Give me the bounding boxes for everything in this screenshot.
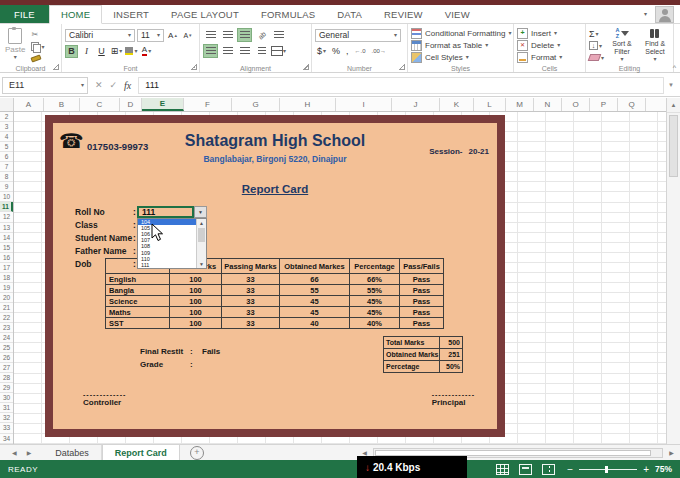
row-header[interactable]: 22 [0, 313, 13, 323]
column-header[interactable]: L [474, 98, 506, 111]
roll-no-cell[interactable]: 111 [137, 206, 194, 218]
merge-center-button[interactable]: ▾ [271, 44, 286, 58]
column-header[interactable]: I [336, 98, 392, 111]
formula-bar-expand-icon[interactable]: ▼ [664, 82, 678, 88]
copy-button[interactable]: ▾ [31, 42, 44, 51]
ribbon-tab[interactable]: DATA [326, 5, 373, 23]
hscroll-left-icon[interactable]: ◀ [358, 449, 371, 456]
ribbon-tab[interactable]: FILE [0, 5, 49, 23]
row-header[interactable]: 16 [0, 253, 13, 263]
row-header[interactable]: 25 [0, 343, 13, 353]
scroll-up-icon[interactable]: ▲ [667, 98, 680, 113]
number-format-select[interactable]: General▾ [315, 29, 401, 42]
row-header[interactable]: 33 [0, 423, 13, 433]
row-header[interactable]: 12 [0, 212, 13, 222]
column-header[interactable]: N [534, 98, 562, 111]
column-header[interactable]: H [280, 98, 336, 111]
accounting-format-button[interactable]: $▾ [315, 46, 328, 56]
zoom-slider[interactable] [579, 469, 637, 470]
find-select-button[interactable]: Find & Select ▾ [640, 27, 670, 63]
sheet-tab-databes[interactable]: Databes [43, 445, 102, 460]
row-header[interactable]: 14 [0, 233, 13, 243]
grow-font-button[interactable]: A▴ [166, 29, 179, 42]
ribbon-tab[interactable]: INSERT [102, 5, 160, 23]
align-right-button[interactable] [237, 44, 252, 58]
formula-input[interactable]: 111 [138, 77, 664, 94]
fill-button[interactable]: ↓▾ [589, 40, 604, 51]
top-align-button[interactable] [203, 28, 218, 42]
column-header[interactable]: G [232, 98, 280, 111]
column-header[interactable]: K [440, 98, 474, 111]
ribbon-tab[interactable]: REVIEW [373, 5, 434, 23]
dropdown-scroll-thumb[interactable] [198, 228, 205, 242]
align-center-button[interactable] [220, 44, 235, 58]
borders-button[interactable]: ⊞▾ [110, 45, 123, 58]
new-sheet-icon[interactable]: + [190, 446, 204, 460]
paste-button[interactable]: Paste ▾ [3, 27, 27, 63]
row-header[interactable]: 13 [0, 223, 13, 233]
row-header[interactable]: 2 [0, 112, 13, 122]
zoom-level[interactable]: 75% [655, 464, 672, 474]
row-header[interactable]: 11 [0, 202, 13, 212]
font-color-button[interactable]: A▾ [140, 45, 153, 58]
row-header[interactable]: 31 [0, 403, 13, 413]
vertical-scrollbar[interactable]: ▲ [666, 98, 680, 444]
select-all-corner[interactable] [0, 98, 14, 111]
sheet-nav-right-icon[interactable]: ▶ [27, 449, 32, 456]
row-header[interactable]: 32 [0, 413, 13, 423]
bold-button[interactable]: B [65, 45, 78, 58]
align-left-button[interactable] [203, 44, 218, 58]
dropdown-scrollbar[interactable]: ▲ ▼ [196, 219, 206, 268]
cut-button[interactable]: ✂ [31, 30, 44, 39]
clipboard-dialog-launcher-icon[interactable] [53, 64, 59, 70]
dropdown-scroll-down-icon[interactable]: ▼ [197, 260, 206, 268]
worksheet[interactable]: 2345678910111213141516171819202122232425… [0, 112, 666, 444]
bottom-align-button[interactable] [237, 28, 252, 42]
normal-view-icon[interactable] [496, 464, 509, 475]
sort-filter-button[interactable]: AZ Sort & Filter ▾ [607, 27, 637, 63]
format-painter-button[interactable] [31, 54, 44, 63]
column-header[interactable]: E [142, 98, 184, 111]
zoom-slider-thumb[interactable] [605, 466, 608, 473]
column-header[interactable]: B [44, 98, 80, 111]
row-header[interactable]: 4 [0, 132, 13, 142]
ribbon-tab[interactable]: HOME [49, 5, 102, 24]
row-header[interactable]: 30 [0, 393, 13, 403]
row-header[interactable]: 5 [0, 142, 13, 152]
zoom-in-icon[interactable]: + [643, 464, 649, 475]
column-header[interactable]: C [80, 98, 120, 111]
format-cells-button[interactable]: Format▾ [517, 51, 582, 63]
page-break-view-icon[interactable] [542, 464, 555, 475]
alignment-dialog-launcher-icon[interactable] [303, 64, 309, 70]
middle-align-button[interactable] [220, 28, 235, 42]
column-header[interactable]: M [506, 98, 534, 111]
row-header[interactable]: 29 [0, 383, 13, 393]
fill-color-button[interactable]: ▾ [125, 45, 138, 58]
cell-styles-button[interactable]: Cell Styles▾ [411, 51, 510, 63]
zoom-out-icon[interactable]: − [567, 464, 573, 475]
font-size-select[interactable]: 11▾ [137, 29, 164, 42]
row-header[interactable]: 8 [0, 172, 13, 182]
column-header[interactable]: O [562, 98, 590, 111]
shrink-font-button[interactable]: A▾ [181, 29, 194, 42]
column-header[interactable]: A [14, 98, 44, 111]
row-header[interactable]: 20 [0, 293, 13, 303]
sheet-nav-left-icon[interactable]: ◀ [12, 449, 17, 456]
row-header[interactable]: 17 [0, 263, 13, 273]
row-header[interactable]: 15 [0, 243, 13, 253]
row-header[interactable]: 7 [0, 162, 13, 172]
hscroll-thumb[interactable] [375, 450, 651, 456]
ribbon-tab[interactable]: PAGE LAYOUT [160, 5, 250, 23]
row-header[interactable]: 18 [0, 273, 13, 283]
enter-check-icon[interactable]: ✓ [110, 80, 118, 90]
roll-no-dropdown-button[interactable]: ▼ [194, 206, 207, 218]
column-header[interactable]: P [590, 98, 618, 111]
page-layout-view-icon[interactable] [519, 464, 532, 475]
row-header[interactable]: 28 [0, 373, 13, 383]
ribbon-tab[interactable]: VIEW [434, 5, 481, 23]
row-header[interactable]: 34 [0, 434, 13, 444]
font-dialog-launcher-icon[interactable] [191, 64, 197, 70]
column-header[interactable]: J [392, 98, 440, 111]
column-header[interactable]: Q [618, 98, 646, 111]
user-avatar-icon[interactable] [655, 6, 674, 23]
